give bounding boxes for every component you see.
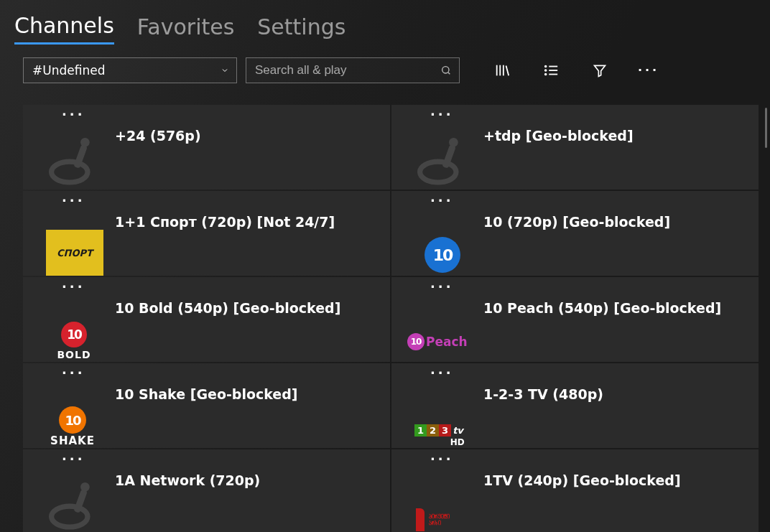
more-button[interactable]: ··· bbox=[641, 62, 657, 78]
channel-tile[interactable]: ···1TV (240p) [Geo-blocked]ᲞᲘᲠᲕᲔᲚᲘᲐᲠᲮᲘ bbox=[391, 449, 759, 532]
toolbar: #Undefined ··· bbox=[0, 53, 770, 92]
search-icon bbox=[440, 65, 452, 76]
list-icon bbox=[543, 62, 559, 78]
tab-favorites[interactable]: Favorites bbox=[137, 14, 235, 44]
svg-point-10 bbox=[545, 74, 547, 75]
dropdown-value: #Undefined bbox=[32, 63, 105, 78]
channel-tile[interactable]: ···10 Bold (540p) [Geo-blocked]10BOLD bbox=[23, 277, 390, 362]
channel-tile[interactable]: ···1-2-3 TV (480p)123tvHD bbox=[391, 363, 759, 448]
placeholder-logo bbox=[407, 131, 479, 190]
channel-logo: 10SHAKE bbox=[43, 406, 102, 447]
channel-title: +24 (576p) bbox=[115, 128, 201, 144]
channel-title: 1A Network (720p) bbox=[115, 472, 260, 488]
search-input[interactable] bbox=[255, 63, 440, 78]
filter-button[interactable] bbox=[592, 62, 608, 78]
channel-tile[interactable]: ···+24 (576p) bbox=[23, 105, 390, 190]
channel-tile[interactable]: ···1A Network (720p) bbox=[23, 449, 390, 532]
svg-point-0 bbox=[442, 67, 449, 73]
channel-logo: СПОРТ bbox=[46, 230, 103, 276]
channel-logo: 10BOLD bbox=[46, 322, 102, 360]
navigation-tabs: Channels Favorites Settings bbox=[0, 0, 770, 53]
tab-settings[interactable]: Settings bbox=[257, 14, 345, 44]
funnel-icon bbox=[593, 63, 607, 78]
channel-tile[interactable]: ···10 Peach (540p) [Geo-blocked]10Peach bbox=[391, 277, 759, 362]
channel-title: 10 Peach (540p) [Geo-blocked] bbox=[483, 300, 721, 316]
channel-logo: 10 bbox=[425, 237, 460, 273]
library-button[interactable] bbox=[494, 62, 510, 78]
channel-title: 10 Bold (540p) [Geo-blocked] bbox=[115, 300, 340, 316]
list-view-button[interactable] bbox=[543, 62, 559, 78]
channel-grid-wrap: ···+24 (576p)···+tdp [Geo-blocked]···1+1… bbox=[0, 92, 770, 532]
channel-title: 10 Shake [Geo-blocked] bbox=[115, 386, 298, 402]
channel-tile[interactable]: ···1+1 Спорт (720p) [Not 24/7]СПОРТ bbox=[23, 191, 390, 276]
library-icon bbox=[494, 62, 510, 78]
channel-title: 1-2-3 TV (480p) bbox=[483, 386, 603, 402]
channel-title: 1TV (240p) [Geo-blocked] bbox=[483, 472, 681, 488]
channel-logo: ᲞᲘᲠᲕᲔᲚᲘᲐᲠᲮᲘ bbox=[416, 508, 450, 531]
placeholder-logo bbox=[39, 475, 111, 532]
channel-title: 1+1 Спорт (720p) [Not 24/7] bbox=[115, 214, 335, 230]
category-dropdown[interactable]: #Undefined bbox=[23, 57, 237, 83]
channel-grid: ···+24 (576p)···+tdp [Geo-blocked]···1+1… bbox=[23, 105, 759, 532]
channel-logo: 10Peach bbox=[407, 333, 468, 350]
scrollbar-thumb[interactable] bbox=[765, 108, 767, 148]
svg-line-1 bbox=[448, 73, 450, 74]
chevron-down-icon bbox=[221, 66, 229, 75]
search-box[interactable] bbox=[246, 57, 460, 83]
channel-logo: 123tvHD bbox=[414, 425, 465, 447]
channel-title: 10 (720p) [Geo-blocked] bbox=[483, 214, 670, 230]
channel-title: +tdp [Geo-blocked] bbox=[483, 128, 634, 144]
tab-channels[interactable]: Channels bbox=[14, 13, 114, 45]
channel-tile[interactable]: ···+tdp [Geo-blocked] bbox=[391, 105, 759, 190]
svg-marker-12 bbox=[595, 65, 606, 76]
placeholder-logo bbox=[39, 131, 111, 190]
svg-point-6 bbox=[545, 66, 547, 67]
channel-tile[interactable]: ···10 Shake [Geo-blocked]10SHAKE bbox=[23, 363, 390, 448]
channel-tile[interactable]: ···10 (720p) [Geo-blocked]10 bbox=[391, 191, 759, 276]
svg-line-5 bbox=[506, 66, 509, 76]
svg-point-8 bbox=[545, 70, 547, 71]
